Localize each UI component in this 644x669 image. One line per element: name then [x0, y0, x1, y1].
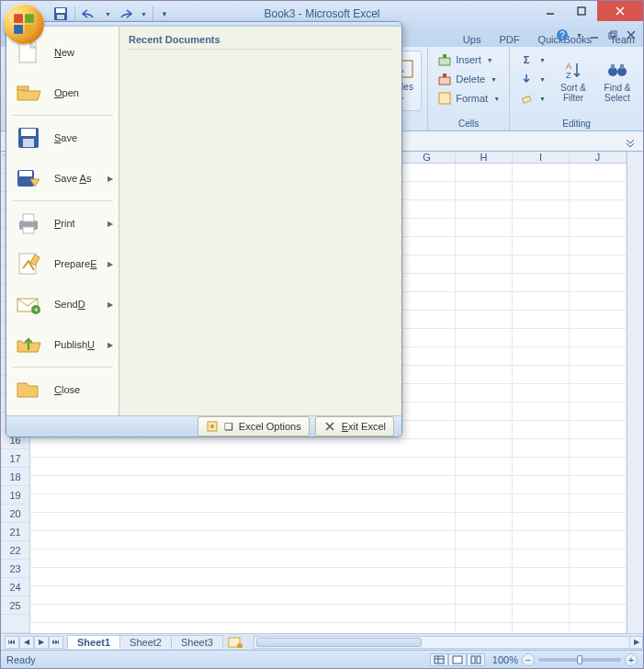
autosum-button[interactable]: Σ▼ [515, 51, 549, 69]
qat-undo-icon[interactable] [81, 6, 97, 22]
menu-item-label: PrepareE [54, 258, 96, 269]
row-header[interactable]: 18 [1, 468, 29, 486]
sort-filter-button[interactable]: AZ Sort & Filter [553, 51, 593, 111]
sheet-nav-last[interactable]: ⏭ [49, 636, 63, 649]
window-title: Book3 - Microsoft Excel [264, 7, 379, 20]
office-button[interactable] [4, 4, 44, 44]
menu-item-save[interactable]: Save [6, 118, 119, 158]
svg-rect-30 [435, 656, 444, 663]
svg-rect-27 [620, 64, 624, 69]
zoom-slider[interactable] [538, 658, 621, 662]
expand-formula-icon[interactable] [623, 134, 638, 149]
qat-separator [74, 6, 75, 21]
sheet-tab-2[interactable]: Sheet2 [119, 635, 172, 649]
svg-rect-8 [25, 25, 34, 34]
office-menu-recent: Recent Documents [119, 27, 401, 415]
submenu-arrow-icon: ▶ [107, 220, 113, 228]
menu-item-prepare[interactable]: PrepareE▶ [6, 244, 119, 284]
excel-options-button[interactable]: ❏ Excel Options [198, 416, 310, 437]
row-header[interactable]: 23 [1, 560, 29, 578]
sheet-tab-1[interactable]: Sheet1 [67, 635, 120, 649]
qat-redo-icon[interactable] [117, 6, 133, 22]
svg-text:A: A [566, 62, 571, 71]
svg-rect-35 [477, 656, 480, 663]
fill-icon [519, 72, 534, 86]
view-pagebreak-icon[interactable] [467, 653, 485, 666]
view-layout-icon[interactable] [448, 653, 467, 666]
row-header[interactable]: 20 [1, 505, 29, 523]
row-header[interactable]: 25 [1, 596, 29, 615]
tab-ups[interactable]: Ups [455, 30, 490, 47]
tab-pdf[interactable]: PDF [491, 30, 527, 47]
redo-dropdown-icon[interactable]: ▼ [141, 11, 147, 17]
zoom-in-button[interactable]: + [625, 653, 638, 666]
sheet-nav-next[interactable]: ▶ [34, 636, 49, 649]
delete-button[interactable]: Delete▼ [434, 70, 503, 88]
svg-text:?: ? [559, 30, 565, 40]
submenu-arrow-icon: ▶ [107, 260, 113, 268]
sheet-tab-3[interactable]: Sheet3 [171, 635, 223, 649]
hscroll-right[interactable]: ▶ [629, 637, 642, 648]
column-header[interactable]: J [570, 152, 627, 163]
view-normal-icon[interactable] [430, 653, 448, 666]
prepare-icon [14, 251, 43, 277]
vertical-scrollbar[interactable] [627, 152, 643, 633]
status-bar: Ready 100% − + [1, 650, 643, 668]
new-sheet-button[interactable] [226, 636, 244, 649]
qat-customize-icon[interactable]: ▼ [161, 10, 168, 18]
close-button[interactable] [597, 1, 643, 21]
minimize-button[interactable] [535, 1, 566, 21]
find-select-button[interactable]: Find & Select [597, 51, 638, 111]
exit-excel-button[interactable]: Exit Excel [315, 416, 394, 437]
fill-button[interactable]: ▼ [515, 70, 549, 88]
row-header[interactable]: 22 [1, 541, 29, 560]
row-header[interactable]: 17 [1, 449, 29, 468]
undo-dropdown-icon[interactable]: ▼ [105, 11, 111, 17]
format-button[interactable]: Format▼ [434, 89, 503, 108]
doc-restore-icon[interactable] [606, 28, 619, 41]
menu-item-label: Save As [54, 173, 91, 184]
maximize-button[interactable] [566, 1, 597, 21]
eraser-icon [519, 91, 534, 106]
submenu-arrow-icon: ▶ [107, 300, 113, 309]
row-header[interactable] [1, 615, 29, 633]
column-header[interactable]: I [513, 152, 570, 163]
close-icon [14, 377, 43, 403]
row-header[interactable]: 21 [1, 523, 29, 541]
window-controls [535, 1, 643, 21]
horizontal-scrollbar[interactable]: ◀ ▶ [254, 636, 643, 649]
qat-save-icon[interactable] [52, 6, 69, 22]
zoom-level[interactable]: 100% [492, 654, 518, 665]
column-header[interactable]: H [456, 152, 513, 163]
svg-rect-40 [23, 139, 34, 147]
svg-rect-44 [23, 214, 34, 221]
row-header[interactable]: 19 [1, 486, 29, 505]
svg-rect-34 [471, 656, 475, 663]
options-icon [206, 420, 219, 433]
doc-close-icon[interactable] [625, 28, 638, 41]
menu-item-publish[interactable]: PublishU▶ [6, 324, 119, 365]
svg-rect-7 [14, 25, 23, 34]
menu-item-open[interactable]: Open [6, 73, 119, 113]
print-icon [14, 210, 43, 236]
qat-separator [153, 6, 153, 21]
insert-button[interactable]: Insert▼ [434, 51, 503, 69]
help-icon[interactable]: ? [556, 28, 569, 41]
row-header[interactable]: 24 [1, 578, 29, 596]
menu-item-print[interactable]: Print▶ [6, 203, 119, 244]
menu-item-saveas[interactable]: Save As▶ [6, 158, 119, 198]
hscroll-thumb[interactable] [256, 638, 422, 647]
svg-rect-18 [439, 77, 450, 85]
svg-rect-17 [443, 54, 446, 58]
sheet-nav-prev[interactable]: ◀ [19, 636, 34, 649]
doc-minimize-icon[interactable] [588, 28, 601, 41]
menu-item-close[interactable]: Close [6, 369, 119, 410]
menu-item-send[interactable]: SendD▶ [6, 284, 119, 324]
svg-rect-5 [14, 14, 23, 23]
column-header[interactable]: G [399, 152, 456, 163]
sort-icon: AZ [560, 59, 586, 81]
zoom-out-button[interactable]: − [522, 653, 535, 666]
sheet-nav-first[interactable]: ⏮ [5, 636, 19, 649]
clear-button[interactable]: ▼ [515, 89, 549, 108]
help-dropdown-icon[interactable]: ▼ [576, 32, 582, 39]
